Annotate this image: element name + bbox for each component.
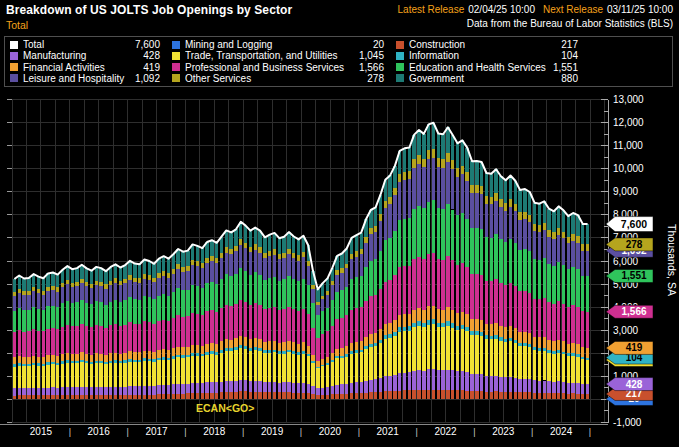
latest-release-label: Latest Release [398,4,465,15]
terminal-command-hint: ECAN<GO> [196,402,254,414]
legend-swatch-leisure-and-hospitality [10,74,18,82]
legend-item-professional-business-services[interactable]: Professional and Business Services1,566 [172,62,384,73]
legend-label: Financial Activities [23,62,143,73]
chart-area[interactable]: -1,00001,0002,0003,0004,0005,0006,0007,0… [0,90,679,447]
legend-label: Education and Health Services [409,62,553,73]
legend-column-2: Mining and Logging20Trade, Transportatio… [172,39,384,84]
header: Breakdown of US JOLTS Job Openings by Se… [0,0,679,34]
legend-label: Trade, Transportation, and Utilities [185,50,359,61]
legend-value: 7,600 [135,39,160,50]
legend-label: Total [23,39,135,50]
x-tick-separator: | [415,427,417,437]
y-tick-label: -1,000 [613,417,642,428]
jolts-terminal-panel: { "header": { "title": "Breakdown of US … [0,0,679,447]
x-tick-label: 2020 [319,426,342,437]
x-tick-separator: | [531,427,533,437]
legend-column-3: Construction217Information104Education a… [396,39,578,84]
legend-item-trade-transportation-utilities[interactable]: Trade, Transportation, and Utilities1,04… [172,50,384,61]
legend-value: 1,092 [135,73,160,84]
legend-swatch-other-services [172,74,180,82]
legend-swatch-construction [396,41,404,49]
x-tick-label: 2018 [203,426,226,437]
svg-text:419: 419 [626,342,643,353]
legend-label: Construction [409,39,561,50]
x-tick-label: 2021 [377,426,400,437]
legend-value: 217 [561,39,578,50]
y-tick-label: 13,000 [613,94,644,105]
latest-release-value: 02/04/25 10:00 [468,4,535,15]
y-tick-label: 12,000 [613,117,644,128]
legend-value: 428 [143,50,160,61]
legend-item-education-health-services[interactable]: Education and Health Services1,551 [396,62,578,73]
legend-column-1: Total7,600Manufacturing428Financial Acti… [10,39,160,84]
series-selector-total[interactable]: Total [6,19,292,31]
legend-swatch-trade-transportation-utilities [172,52,180,60]
legend-item-government[interactable]: Government880 [396,73,578,84]
legend-label: Manufacturing [23,50,143,61]
legend-swatch-manufacturing [10,52,18,60]
x-tick-separator: | [358,427,360,437]
svg-text:1,566: 1,566 [621,306,646,317]
x-tick-label: 2017 [145,426,168,437]
legend-swatch-total [10,41,18,49]
x-axis: 2015|2016|2017|2018|2019|2020|2021|2022|… [0,424,608,437]
svg-text:428: 428 [626,379,643,390]
legend-value: 1,566 [359,62,384,73]
value-badge-financial-activities: 419 [606,341,653,354]
legend-label: Government [409,73,561,84]
x-tick-separator: | [184,427,186,437]
next-release-label: Next Release [543,4,603,15]
legend-value: 1,045 [359,50,384,61]
legend-label: Other Services [185,73,367,84]
legend-item-manufacturing[interactable]: Manufacturing428 [10,50,160,61]
legend-value: 880 [561,73,578,84]
x-tick-separator: | [126,427,128,437]
x-tick-separator: | [300,427,302,437]
value-badge-manufacturing: 428 [606,378,653,391]
page-title: Breakdown of US JOLTS Job Openings by Se… [6,3,292,17]
data-source-note: Data from the Bureau of Labor Statistics… [398,17,673,31]
legend-item-financial-activities[interactable]: Financial Activities419 [10,62,160,73]
x-tick-separator: | [69,427,71,437]
legend-label: Information [409,50,561,61]
legend-swatch-financial-activities [10,63,18,71]
x-tick-label: 2016 [88,426,111,437]
legend-swatch-information [396,52,404,60]
legend-item-other-services[interactable]: Other Services278 [172,73,384,84]
value-badge-other-services: 278 [606,238,653,251]
x-tick-label: 2022 [434,426,457,437]
y-tick-label: 9,000 [613,186,638,197]
legend-label: Leisure and Hospitality [23,73,135,84]
legend-item-information[interactable]: Information104 [396,50,578,61]
svg-text:7,600: 7,600 [621,218,647,230]
y-tick-label: 3,000 [613,325,638,336]
legend-item-total[interactable]: Total7,600 [10,39,160,50]
x-tick-separator: | [589,427,591,437]
chart-svg[interactable]: -1,00001,0002,0003,0004,0005,0006,0007,0… [0,90,679,447]
legend-value: 104 [561,50,578,61]
x-tick-separator: | [473,427,475,437]
x-tick-label: 2023 [492,426,515,437]
legend-item-construction[interactable]: Construction217 [396,39,578,50]
legend-value: 278 [367,73,384,84]
svg-text:1,551: 1,551 [621,270,646,281]
y-tick-label: 11,000 [613,140,643,151]
legend-value: 419 [143,62,160,73]
legend-item-leisure-and-hospitality[interactable]: Leisure and Hospitality1,092 [10,73,160,84]
x-tick-label: 2015 [30,426,53,437]
legend-item-mining-and-logging[interactable]: Mining and Logging20 [172,39,384,50]
legend-swatch-professional-business-services [172,63,180,71]
header-right: Latest Release02/04/25 10:00Next Release… [398,3,673,34]
y-tick-label: 10,000 [613,163,644,174]
legend: Total7,600Manufacturing428Financial Acti… [4,36,673,87]
x-tick-separator: | [242,427,244,437]
next-release-value: 03/11/25 10:00 [607,4,673,15]
legend-swatch-government [396,74,404,82]
legend-swatch-education-health-services [396,63,404,71]
svg-text:278: 278 [626,239,643,250]
legend-value: 1,551 [553,62,578,73]
x-tick-label: 2019 [261,426,284,437]
legend-label: Mining and Logging [185,39,373,50]
value-badge-professional-business-services: 1,566 [606,305,653,318]
legend-value: 20 [373,39,384,50]
